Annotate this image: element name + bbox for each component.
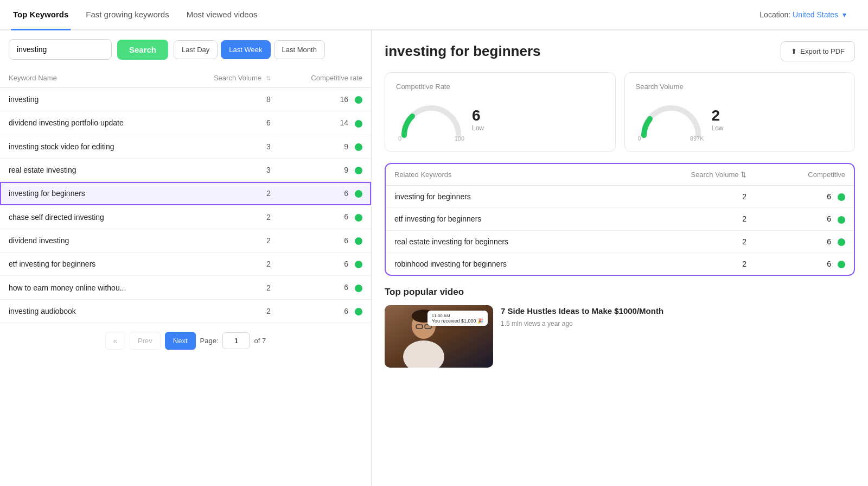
rate-cell: 6 <box>279 299 371 323</box>
related-col-competitive: Competitive <box>755 164 854 186</box>
search-volume-title: Search Volume <box>636 83 844 91</box>
filter-last-day[interactable]: Last Day <box>174 40 218 59</box>
rate-cell: 9 <box>279 135 371 158</box>
location-label: Location: <box>760 10 790 19</box>
related-volume-cell: 2 <box>623 186 756 208</box>
related-keyword-cell: etf investing for beginners <box>386 208 623 230</box>
volume-cell: 2 <box>180 205 279 229</box>
video-title: 7 Side Hustles Ideas to Make $1000/Month <box>501 305 663 317</box>
tab-most-viewed[interactable]: Most viewed videos <box>184 0 260 30</box>
competitive-rate-level: Low <box>472 124 484 132</box>
search-button[interactable]: Search <box>117 40 168 60</box>
related-competitive-cell: 6 <box>755 230 854 253</box>
related-table-row[interactable]: investing for beginners 2 6 <box>386 186 854 208</box>
related-table-row[interactable]: robinhood investing for beginners 2 6 <box>386 253 854 275</box>
table-row[interactable]: investing audiobook 2 6 <box>0 299 371 323</box>
volume-cell: 8 <box>180 88 279 111</box>
related-keyword-cell: real estate investing for beginners <box>386 230 623 253</box>
popular-video-card[interactable]: 11:00 AM You received $1,000 🎉 7 Side Hu… <box>385 305 855 368</box>
rate-cell: 14 <box>279 111 371 135</box>
video-thumbnail: 11:00 AM You received $1,000 🎉 <box>385 305 493 368</box>
competitive-rate-title: Competitive Rate <box>396 83 604 91</box>
col-competitive-rate: Competitive rate <box>279 68 371 88</box>
tab-fast-growing[interactable]: Fast growing keywords <box>84 0 171 30</box>
rate-cell: 6 <box>279 253 371 276</box>
volume-cell: 6 <box>180 111 279 135</box>
related-keywords-table: Related Keywords Search Volume ⇅ Competi… <box>386 164 854 275</box>
rate-dot <box>355 214 362 222</box>
export-pdf-button[interactable]: ⬆ Export to PDF <box>781 41 855 61</box>
gauge-min-sv: 0 <box>638 135 641 142</box>
related-volume-cell: 2 <box>623 208 756 230</box>
related-competitive-cell: 6 <box>755 186 854 208</box>
keyword-cell: dividend investing portfolio update <box>0 111 180 135</box>
table-row[interactable]: chase self directed investing 2 6 <box>0 205 371 229</box>
video-notification-badge: 11:00 AM You received $1,000 🎉 <box>427 311 488 326</box>
search-volume-gauge <box>636 97 706 138</box>
prev-page-button[interactable]: Prev <box>130 332 161 350</box>
volume-cell: 2 <box>180 253 279 276</box>
keyword-cell: etf investing for beginners <box>0 253 180 276</box>
chevron-down-icon: ▾ <box>843 10 846 19</box>
total-pages: of 7 <box>254 337 266 345</box>
location-value[interactable]: United States <box>793 10 838 19</box>
related-col-keyword: Related Keywords <box>386 164 623 186</box>
rate-dot <box>355 261 362 268</box>
search-volume-level: Low <box>712 124 724 132</box>
volume-cell: 2 <box>180 229 279 252</box>
rate-cell: 6 <box>279 205 371 229</box>
filter-last-month[interactable]: Last Month <box>274 40 325 59</box>
rate-dot <box>355 167 362 174</box>
keyword-cell: investing <box>0 88 180 111</box>
keyword-cell: investing for beginners <box>0 182 180 205</box>
keyword-cell: investing stock video for editing <box>0 135 180 158</box>
volume-cell: 2 <box>180 299 279 323</box>
table-row[interactable]: investing for beginners 2 6 <box>0 182 371 205</box>
related-volume-cell: 2 <box>623 230 756 253</box>
keyword-cell: real estate investing <box>0 158 180 181</box>
volume-cell: 2 <box>180 182 279 205</box>
rate-cell: 6 <box>279 229 371 252</box>
export-icon: ⬆ <box>791 47 797 55</box>
search-volume-value: 2 <box>712 107 724 124</box>
gauge-max-sv: 897K <box>690 135 704 142</box>
keyword-cell: chase self directed investing <box>0 205 180 229</box>
table-row[interactable]: investing stock video for editing 3 9 <box>0 135 371 158</box>
table-row[interactable]: dividend investing 2 6 <box>0 229 371 252</box>
related-col-volume[interactable]: Search Volume ⇅ <box>623 164 756 186</box>
next-page-button[interactable]: Next <box>165 332 196 350</box>
search-input[interactable] <box>9 39 112 60</box>
col-search-volume[interactable]: Search Volume ⇅ <box>180 68 279 88</box>
rate-dot <box>355 190 362 198</box>
rate-cell: 6 <box>279 182 371 205</box>
rate-cell: 9 <box>279 158 371 181</box>
volume-cell: 3 <box>180 158 279 181</box>
related-table-row[interactable]: real estate investing for beginners 2 6 <box>386 230 854 253</box>
first-page-button[interactable]: « <box>105 332 125 350</box>
gauge-max-cr: 100 <box>455 135 464 142</box>
related-competitive-cell: 6 <box>755 253 854 275</box>
table-row[interactable]: etf investing for beginners 2 6 <box>0 253 371 276</box>
table-row[interactable]: how to earn money online withou... 2 6 <box>0 276 371 299</box>
related-competitive-cell: 6 <box>755 208 854 230</box>
related-keyword-cell: investing for beginners <box>386 186 623 208</box>
gauge-min-cr: 0 <box>398 135 401 142</box>
popular-video-section-title: Top popular video <box>385 287 855 298</box>
table-row[interactable]: real estate investing 3 9 <box>0 158 371 181</box>
keyword-cell: dividend investing <box>0 229 180 252</box>
col-keyword-name: Keyword Name <box>0 68 180 88</box>
sort-volume-icon: ⇅ <box>266 75 271 81</box>
video-info: 7 Side Hustles Ideas to Make $1000/Month… <box>501 305 663 327</box>
page-label: Page: <box>200 337 219 345</box>
tab-top-keywords[interactable]: Top Keywords <box>11 0 71 30</box>
related-dot <box>838 193 845 201</box>
filter-last-week[interactable]: Last Week <box>221 40 270 59</box>
table-row[interactable]: dividend investing portfolio update 6 14 <box>0 111 371 135</box>
related-table-row[interactable]: etf investing for beginners 2 6 <box>386 208 854 230</box>
volume-cell: 2 <box>180 276 279 299</box>
volume-cell: 3 <box>180 135 279 158</box>
table-row[interactable]: investing 8 16 <box>0 88 371 111</box>
page-number-input[interactable] <box>222 332 250 349</box>
keyword-cell: investing audiobook <box>0 299 180 323</box>
related-dot <box>838 261 845 268</box>
